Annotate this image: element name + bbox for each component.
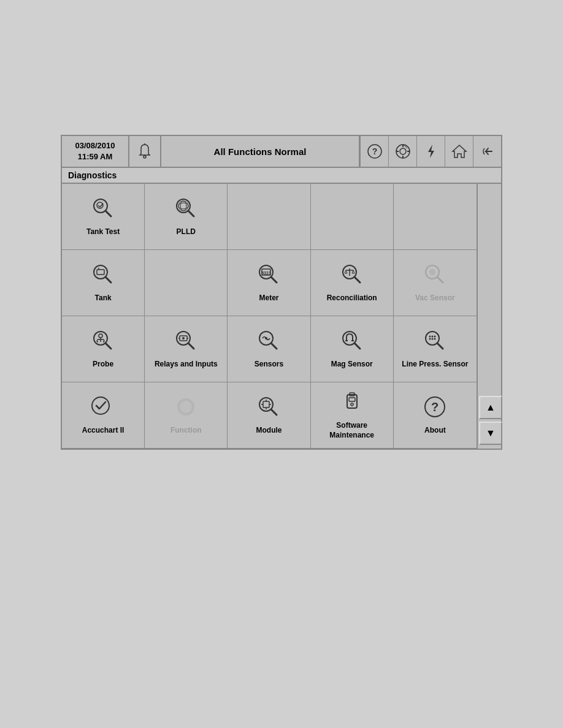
relays-inputs-label: Relays and Inputs bbox=[155, 360, 218, 370]
help-button[interactable]: ? bbox=[360, 136, 388, 167]
lightning-icon bbox=[423, 143, 439, 159]
scroll-sidebar: ▲ ▼ bbox=[478, 184, 501, 449]
back-icon bbox=[480, 143, 496, 159]
svg-line-41 bbox=[188, 343, 194, 349]
about-button[interactable]: ? About bbox=[394, 382, 477, 449]
meter-button[interactable]: 5321 Meter bbox=[228, 250, 310, 316]
reconciliation-label: Reconciliation bbox=[327, 294, 377, 303]
line-press-sensor-button[interactable]: Line Press. Sensor bbox=[394, 316, 477, 382]
empty-cell-4 bbox=[145, 250, 228, 316]
diagnostics-grid: Tank Test PLLD bbox=[62, 184, 478, 449]
svg-line-33 bbox=[437, 277, 443, 282]
accuchart-ii-icon bbox=[91, 395, 115, 422]
function-button: Function bbox=[145, 382, 228, 449]
probe-label: Probe bbox=[93, 360, 113, 370]
relays-inputs-icon bbox=[174, 328, 198, 356]
relays-inputs-button[interactable]: Relays and Inputs bbox=[145, 316, 228, 382]
svg-line-25 bbox=[271, 277, 277, 282]
svg-line-29 bbox=[354, 277, 360, 282]
line-press-sensor-label: Line Press. Sensor bbox=[402, 360, 468, 370]
back-button[interactable] bbox=[473, 136, 501, 167]
function-label: Function bbox=[170, 426, 202, 436]
empty-cell-3 bbox=[394, 184, 477, 250]
mag-sensor-button[interactable]: Mag Sensor bbox=[311, 316, 394, 382]
svg-point-60 bbox=[434, 338, 436, 340]
module-button[interactable]: Module bbox=[228, 382, 310, 449]
svg-text:5321: 5321 bbox=[262, 271, 272, 275]
svg-point-55 bbox=[429, 336, 431, 338]
tank-icon bbox=[91, 262, 115, 290]
svg-point-57 bbox=[434, 336, 436, 338]
plld-button[interactable]: PLLD bbox=[145, 184, 228, 250]
svg-line-36 bbox=[105, 343, 111, 349]
scroll-up-button[interactable]: ▲ bbox=[479, 396, 502, 419]
settings-button[interactable] bbox=[388, 136, 416, 167]
line-press-sensor-icon bbox=[423, 328, 447, 356]
probe-button[interactable]: Probe bbox=[62, 316, 145, 382]
sensors-icon bbox=[256, 328, 281, 356]
svg-point-19 bbox=[178, 201, 188, 211]
reconciliation-button[interactable]: Reconciliation bbox=[311, 250, 394, 316]
mag-sensor-label: Mag Sensor bbox=[331, 360, 373, 370]
probe-icon bbox=[91, 328, 115, 356]
software-maintenance-label: Software Maintenance bbox=[313, 421, 391, 440]
reconciliation-icon bbox=[340, 262, 364, 290]
about-label: About bbox=[424, 426, 446, 436]
svg-point-37 bbox=[99, 334, 102, 338]
svg-point-56 bbox=[432, 336, 434, 338]
accuchart-ii-label: Accuchart II bbox=[82, 426, 124, 436]
software-maintenance-button[interactable]: Software Maintenance bbox=[311, 382, 394, 449]
svg-point-34 bbox=[429, 269, 435, 275]
grid-wrapper: Tank Test PLLD bbox=[62, 184, 501, 449]
sensors-button[interactable]: Sensors bbox=[228, 316, 310, 382]
header: 03/08/2010 11:59 AM All Functions Normal… bbox=[62, 136, 501, 168]
svg-text:?: ? bbox=[372, 146, 377, 156]
svg-point-58 bbox=[429, 338, 431, 340]
svg-point-4 bbox=[400, 148, 406, 154]
settings-icon bbox=[395, 143, 411, 159]
section-label: Diagnostics bbox=[62, 168, 501, 184]
svg-point-48 bbox=[265, 337, 267, 339]
about-icon: ? bbox=[423, 395, 447, 422]
empty-cell-2 bbox=[311, 184, 394, 250]
header-datetime: 03/08/2010 11:59 AM bbox=[62, 136, 129, 167]
tank-test-button[interactable]: Tank Test bbox=[62, 184, 145, 250]
help-icon: ? bbox=[367, 143, 383, 159]
header-time: 11:59 AM bbox=[78, 151, 113, 162]
accuchart-ii-button[interactable]: Accuchart II bbox=[62, 382, 145, 449]
meter-label: Meter bbox=[259, 294, 278, 303]
function-icon bbox=[174, 395, 198, 422]
tank-button[interactable]: Tank bbox=[62, 250, 145, 316]
header-status: All Functions Normal bbox=[161, 136, 359, 167]
svg-rect-22 bbox=[97, 270, 104, 275]
svg-point-63 bbox=[180, 401, 192, 413]
svg-point-45 bbox=[182, 337, 185, 339]
scroll-down-button[interactable]: ▼ bbox=[479, 422, 502, 445]
mag-sensor-icon bbox=[340, 328, 364, 356]
svg-point-61 bbox=[92, 397, 109, 414]
module-label: Module bbox=[256, 426, 282, 436]
software-maintenance-icon bbox=[340, 390, 364, 417]
svg-rect-66 bbox=[263, 401, 269, 408]
header-icons: ? bbox=[359, 136, 501, 167]
svg-rect-73 bbox=[349, 398, 355, 401]
svg-point-59 bbox=[432, 338, 434, 340]
svg-line-13 bbox=[105, 211, 111, 216]
vac-sensor-button: Vac Sensor bbox=[394, 250, 477, 316]
header-date: 03/08/2010 bbox=[75, 140, 115, 151]
bell-button[interactable] bbox=[129, 136, 161, 167]
home-button[interactable] bbox=[445, 136, 473, 167]
main-container: 03/08/2010 11:59 AM All Functions Normal… bbox=[61, 135, 502, 450]
plld-icon bbox=[174, 196, 198, 224]
svg-point-74 bbox=[351, 403, 353, 406]
home-icon bbox=[451, 143, 467, 159]
svg-line-21 bbox=[105, 277, 111, 282]
vac-sensor-icon bbox=[423, 262, 447, 290]
bell-icon bbox=[136, 143, 153, 160]
tank-label: Tank bbox=[95, 294, 112, 303]
svg-line-65 bbox=[271, 409, 277, 415]
svg-text:?: ? bbox=[431, 400, 439, 414]
svg-marker-11 bbox=[453, 145, 466, 157]
lightning-button[interactable] bbox=[416, 136, 445, 167]
svg-line-50 bbox=[354, 343, 360, 349]
